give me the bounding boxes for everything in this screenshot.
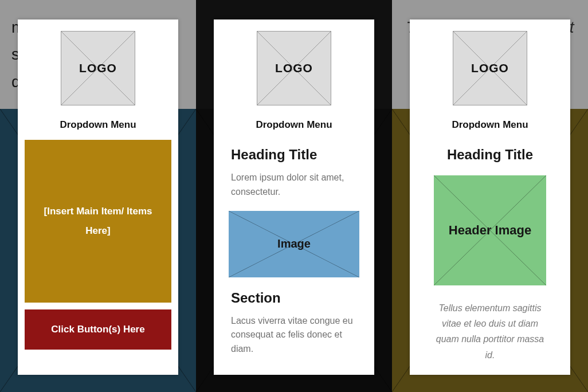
main-item-block[interactable]: [Insert Main Item/ Items Here]	[25, 140, 171, 303]
logo-label-3: LOGO	[471, 61, 509, 75]
logo-placeholder-2: LOGO	[257, 31, 331, 105]
header-image-label: Header Image	[449, 222, 531, 239]
cards-row: LOGO Dropdown Menu [Insert Main Item/ It…	[0, 19, 588, 375]
section-heading: Section	[221, 290, 367, 306]
card-2: LOGO Dropdown Menu Heading Title Lorem i…	[214, 19, 374, 375]
logo-placeholder-1: LOGO	[61, 31, 135, 105]
image-label: Image	[277, 237, 311, 250]
card-3: LOGO Dropdown Menu Heading Title Header …	[410, 19, 570, 375]
dropdown-menu-3[interactable]: Dropdown Menu	[452, 119, 528, 131]
heading-title-3: Heading Title	[447, 147, 533, 163]
logo-label-2: LOGO	[275, 61, 313, 75]
logo-placeholder-3: LOGO	[453, 31, 527, 105]
body-text-2: Lorem ipsum dolor sit amet, consectetur.	[221, 171, 367, 199]
card-1: LOGO Dropdown Menu [Insert Main Item/ It…	[18, 19, 178, 375]
click-button[interactable]: Click Button(s) Here	[25, 309, 171, 350]
italic-body-text: Tellus elementum sagittis vitae et leo d…	[417, 300, 563, 363]
image-placeholder[interactable]: Image	[229, 211, 359, 277]
header-image-placeholder[interactable]: Header Image	[434, 175, 546, 285]
logo-label-1: LOGO	[79, 61, 117, 75]
dropdown-menu-1[interactable]: Dropdown Menu	[60, 119, 136, 131]
dropdown-menu-2[interactable]: Dropdown Menu	[256, 119, 332, 131]
main-item-label: [Insert Main Item/ Items Here]	[42, 202, 154, 241]
section-body: Lacus viverra vitae congue eu consequat …	[221, 314, 367, 356]
heading-title-2: Heading Title	[221, 147, 367, 163]
